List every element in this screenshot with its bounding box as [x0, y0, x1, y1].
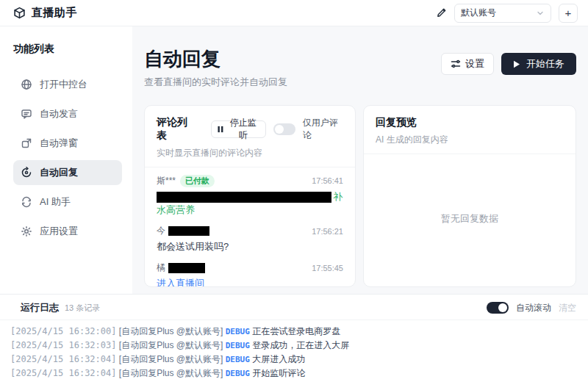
cube-logo-icon	[13, 7, 26, 19]
sidebar-item-label: 打开中控台	[40, 78, 87, 91]
comment-item: 斯*** 已付款 17:56:41 补水高营养	[157, 175, 343, 218]
chat-icon	[21, 108, 32, 120]
log-message: 开始监听评论	[252, 368, 305, 378]
start-task-label: 开始任务	[526, 57, 564, 71]
empty-state-text: 暂无回复数据	[376, 162, 564, 276]
user-only-toggle[interactable]	[273, 123, 295, 135]
log-timestamp: [2025/4/15 16:32:04]	[10, 368, 117, 378]
page-subtitle: 查看直播间的实时评论并自动回复	[144, 76, 287, 89]
comment-text: 补水高营养	[157, 190, 343, 218]
sliders-icon	[451, 59, 461, 69]
sidebar-item-open-console[interactable]: 打开中控台	[13, 72, 122, 97]
clear-log-link[interactable]: 清空	[559, 302, 576, 314]
comment-time: 17:56:41	[312, 176, 343, 185]
log-title: 运行日志	[21, 301, 59, 314]
autoscroll-label: 自动滚动	[516, 302, 551, 314]
log-level: DEBUG	[226, 355, 250, 364]
preview-panel-title: 回复预览	[376, 116, 417, 129]
reply-preview-panel: 回复预览 AI 生成的回复内容 暂无回复数据	[363, 105, 576, 287]
log-message: 登录成功，正在进入大屏	[252, 340, 349, 350]
sidebar-item-label: AI 助手	[40, 195, 71, 209]
sidebar-item-label: 自动弹窗	[40, 137, 78, 150]
account-select-value: 默认账号	[461, 7, 496, 19]
auto-reply-icon	[21, 167, 32, 178]
console-globe-icon	[21, 79, 32, 90]
log-entry: [2025/4/15 16:32:04] [自动回复Plus @默认账号] DE…	[10, 353, 578, 367]
preview-panel-subtitle: AI 生成的回复内容	[376, 134, 564, 146]
comment-author: 橘	[157, 261, 165, 274]
comment-text[interactable]: 进入直播间	[157, 277, 343, 286]
ai-assistant-icon	[21, 196, 32, 208]
page-title: 自动回复	[144, 48, 287, 70]
comment-panel-subtitle: 实时显示直播间的评论内容	[157, 147, 343, 159]
log-source: [自动回复Plus @默认账号]	[119, 368, 223, 378]
sidebar-item-label: 自动回复	[40, 166, 78, 179]
sidebar-item-auto-popup[interactable]: 自动弹窗	[13, 131, 122, 156]
sidebar-header: 功能列表	[13, 43, 122, 56]
log-message: 正在尝试登录电商罗盘	[252, 326, 340, 336]
redacted-name	[168, 263, 205, 273]
start-task-button[interactable]: 开始任务	[501, 53, 576, 75]
log-source: [自动回复Plus @默认账号]	[119, 340, 223, 350]
log-count: 13 条记录	[65, 303, 100, 314]
settings-button-label: 设置	[465, 57, 484, 71]
popup-icon	[21, 137, 32, 149]
pause-icon	[218, 126, 223, 133]
divider	[364, 154, 576, 154]
main-content: 自动回复 查看直播间的实时评论并自动回复 设置 开始任务	[132, 26, 588, 294]
log-source: [自动回复Plus @默认账号]	[119, 354, 223, 364]
log-level: DEBUG	[226, 341, 250, 350]
run-log-section: 运行日志 13 条记录 自动滚动 清空 [2025/4/15 16:32:00]…	[0, 294, 588, 379]
edit-account-button[interactable]	[436, 7, 447, 18]
sidebar-item-label: 应用设置	[40, 225, 78, 238]
sidebar-item-ai-assistant[interactable]: AI 助手	[13, 190, 122, 214]
stop-listening-label: 停止监听	[227, 117, 259, 142]
topbar: 直播助手 默认账号 +	[0, 0, 588, 26]
divider	[145, 167, 355, 167]
sidebar: 功能列表 打开中控台 自动发言 自动弹窗 自动回复	[0, 26, 132, 294]
comment-item: 今 17:56:21 都会送试用装吗?	[157, 225, 343, 254]
sidebar-item-app-settings[interactable]: 应用设置	[13, 219, 122, 244]
sidebar-item-label: 自动发言	[40, 107, 78, 120]
comment-author: 斯***	[157, 175, 176, 187]
comment-text: 都会送试用装吗?	[157, 240, 343, 254]
paid-badge: 已付款	[180, 175, 215, 187]
stop-listening-button[interactable]: 停止监听	[211, 120, 266, 138]
log-entry: [2025/4/15 16:32:00] [自动回复Plus @默认账号] DE…	[10, 325, 578, 339]
redacted-text	[157, 192, 331, 203]
log-timestamp: [2025/4/15 16:32:00]	[10, 326, 117, 336]
app-brand: 直播助手	[13, 6, 77, 20]
gear-icon	[21, 225, 32, 237]
autoscroll-toggle[interactable]	[487, 302, 509, 314]
log-entry: [2025/4/15 16:32:03] [自动回复Plus @默认账号] DE…	[10, 339, 578, 353]
log-timestamp: [2025/4/15 16:32:04]	[10, 354, 117, 364]
chevron-down-icon	[536, 9, 545, 18]
comment-item: 橘 17:55:45 进入直播间	[157, 261, 343, 286]
settings-button[interactable]: 设置	[441, 53, 494, 75]
log-source: [自动回复Plus @默认账号]	[119, 326, 223, 336]
account-select[interactable]: 默认账号	[454, 4, 551, 23]
redacted-name	[168, 226, 209, 236]
sidebar-item-auto-speak[interactable]: 自动发言	[13, 101, 122, 126]
comment-time: 17:56:21	[312, 227, 343, 236]
comment-time: 17:55:45	[312, 264, 343, 272]
log-level: DEBUG	[226, 369, 250, 378]
app-title: 直播助手	[32, 6, 77, 20]
log-level: DEBUG	[226, 327, 250, 336]
comment-list-panel: 评论列表 停止监听 仅用户评论 实时显示直播间的评论内容 斯***	[144, 105, 356, 287]
user-only-toggle-label: 仅用户评论	[303, 117, 343, 142]
pencil-icon	[436, 7, 447, 18]
log-entry: [2025/4/15 16:32:04] [自动回复Plus @默认账号] DE…	[10, 367, 578, 379]
add-account-button[interactable]: +	[559, 4, 578, 23]
comment-author: 今	[157, 225, 165, 237]
sidebar-item-auto-reply[interactable]: 自动回复	[13, 160, 122, 185]
comment-panel-title: 评论列表	[157, 116, 195, 142]
play-icon	[513, 60, 520, 68]
log-timestamp: [2025/4/15 16:32:03]	[10, 340, 117, 350]
log-message: 大屏进入成功	[252, 354, 305, 364]
